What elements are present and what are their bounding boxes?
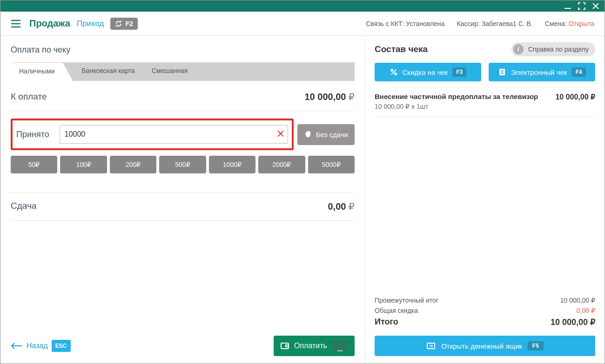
check-item: Внесение частичной предоплаты за телевиз… xyxy=(375,90,595,117)
echeck-key: F4 xyxy=(572,67,586,77)
money-buttons: 50₽ 100₽ 200₽ 500₽ 1000₽ 2000₽ 5000₽ xyxy=(11,156,355,173)
svg-point-12 xyxy=(391,69,393,71)
discount-button[interactable]: Скидка на чек F3 xyxy=(375,63,481,81)
refresh-button[interactable]: F2 xyxy=(110,18,137,30)
echeck-button[interactable]: Электронный чек F4 xyxy=(489,63,595,81)
shift-status: Смена: Открыта xyxy=(545,20,594,27)
subtotal-row: Промежуточный итог 10 000,00 ₽ xyxy=(375,297,595,304)
toolbar: Продажа Приход F2 Связь с ККТ: Установле… xyxy=(0,12,605,36)
payment-tabs: Наличными Банковская карта Смешанная xyxy=(11,62,355,81)
cashier-status: Кассир: Забегаева1 С. В. xyxy=(457,20,532,27)
fullscreen-icon[interactable] xyxy=(578,2,586,10)
window-titlebar xyxy=(0,0,605,12)
total-row: Итого 10 000,00 ₽ xyxy=(375,317,595,327)
change-label: Сдача xyxy=(11,201,36,212)
pay-button[interactable]: Оплатить _ xyxy=(274,336,355,356)
tab-card[interactable]: Банковская карта xyxy=(73,62,143,80)
money-100[interactable]: 100₽ xyxy=(60,156,107,173)
money-200[interactable]: 200₽ xyxy=(110,156,156,173)
received-input[interactable] xyxy=(60,125,288,144)
clear-input-icon[interactable] xyxy=(277,130,284,139)
money-1000[interactable]: 1000₽ xyxy=(209,156,255,173)
drawer-key: F5 xyxy=(528,341,544,351)
item-name: Внесение частичной предоплаты за телевиз… xyxy=(375,93,538,100)
pay-key: _ xyxy=(332,340,348,351)
page-title-income: Приход xyxy=(77,19,104,28)
to-pay-label: К оплате xyxy=(11,92,47,102)
item-price: 10 000,00 ₽ xyxy=(555,93,595,110)
no-change-button[interactable]: Без сдачи xyxy=(297,124,355,145)
to-pay-row: К оплате 10 000,00 ₽ xyxy=(11,81,355,111)
kkt-status: Связь с ККТ: Установлена xyxy=(366,20,444,27)
svg-rect-9 xyxy=(281,343,289,349)
percent-icon xyxy=(390,68,398,76)
receipt-icon xyxy=(498,68,506,76)
minimize-icon[interactable] xyxy=(564,2,572,10)
close-icon[interactable] xyxy=(592,2,600,10)
change-row: Сдача 0,00 ₽ xyxy=(11,192,355,221)
discount-row: Общая скидка 0,00 ₽ xyxy=(375,307,595,314)
money-500[interactable]: 500₽ xyxy=(159,156,206,173)
discount-key: F3 xyxy=(452,67,466,77)
info-icon: i xyxy=(513,44,524,54)
money-5000[interactable]: 5000₽ xyxy=(308,156,355,173)
check-title: Состав чека xyxy=(375,44,428,54)
refresh-key: F2 xyxy=(125,20,133,27)
svg-point-13 xyxy=(395,73,397,75)
help-button[interactable]: i Справка по разделу xyxy=(511,42,595,56)
svg-line-11 xyxy=(391,70,396,74)
payment-title: Оплата по чеку xyxy=(11,45,355,55)
page-title-sale: Продажа xyxy=(29,18,70,29)
hand-icon xyxy=(304,130,312,139)
open-drawer-button[interactable]: Открыть денежный ящик F5 xyxy=(375,336,595,356)
arrow-left-icon xyxy=(11,343,23,349)
wallet-icon xyxy=(280,342,289,350)
menu-icon[interactable] xyxy=(11,20,21,28)
back-button[interactable]: Назад ESC xyxy=(11,340,71,352)
svg-rect-10 xyxy=(286,345,289,347)
item-sub: 10 000,00 ₽ x 1шт xyxy=(375,103,538,110)
received-box: Принято xyxy=(11,119,294,150)
money-50[interactable]: 50₽ xyxy=(11,156,57,173)
received-label: Принято xyxy=(16,130,49,139)
back-key: ESC xyxy=(52,340,71,352)
money-2000[interactable]: 2000₽ xyxy=(258,156,305,173)
drawer-icon xyxy=(426,342,436,350)
tab-mixed[interactable]: Смешанная xyxy=(143,62,196,80)
tab-cash[interactable]: Наличными xyxy=(11,63,63,81)
